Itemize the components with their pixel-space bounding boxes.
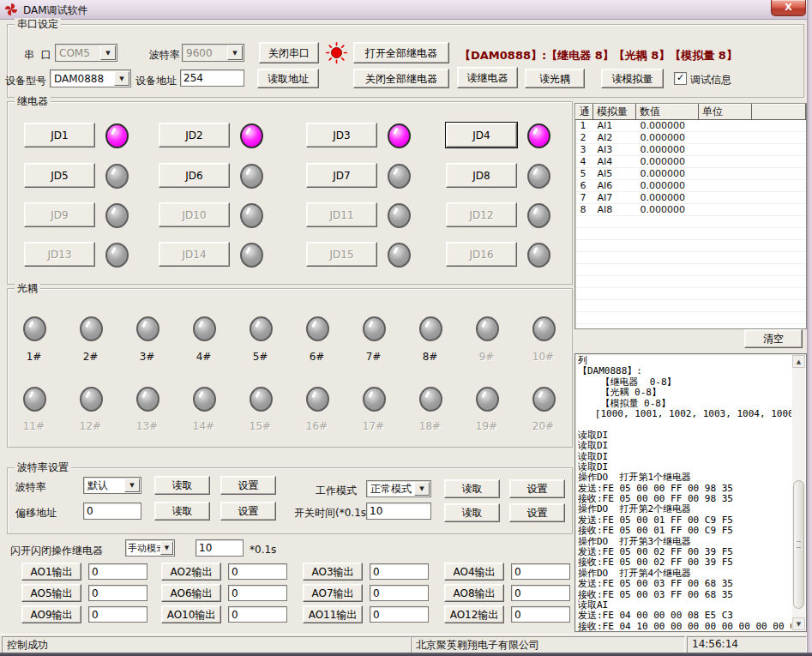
debug-info-checkbox[interactable]: ✓ (674, 72, 687, 85)
col-header-analog[interactable]: 模拟量 (593, 105, 636, 120)
close-button[interactable]: X (771, 0, 806, 16)
open-all-relays-button[interactable]: 打开全部继电器 (353, 42, 449, 63)
read-relay-button[interactable]: 读继电器 (457, 67, 518, 88)
read-addr-button[interactable]: 读取地址 (257, 69, 319, 88)
ao-output-button-8[interactable]: AO8输出 (444, 584, 504, 602)
col-header-unit[interactable]: 单位 (699, 105, 752, 120)
ao-value-input-6[interactable] (228, 585, 287, 601)
ao-value-input-1[interactable] (88, 563, 147, 580)
ao-value-input-9[interactable] (88, 606, 147, 623)
device-addr-input[interactable] (180, 69, 244, 87)
switch-time-set-button[interactable]: 设置 (509, 503, 565, 522)
table-row[interactable]: 5AI50.000000 (576, 168, 806, 180)
table-row[interactable]: 3AI30.000000 (576, 144, 806, 156)
switch-time-read-button[interactable]: 读取 (444, 503, 500, 522)
relay-button-jd6[interactable]: JD6 (159, 163, 230, 188)
offset-read-button[interactable]: 读取 (154, 502, 210, 521)
table-row[interactable]: 1AI10.000000 (576, 120, 806, 132)
offset-addr-input[interactable] (83, 503, 141, 520)
ao-value-input-10[interactable] (228, 606, 287, 623)
opto-led-10 (532, 316, 556, 341)
table-cell (593, 216, 636, 228)
work-mode-set-button[interactable]: 设置 (509, 479, 565, 498)
relay-led-jd12 (527, 203, 550, 228)
log-scrollbar[interactable]: ▲ ▼ (792, 355, 805, 630)
ao-value-input-4[interactable] (511, 563, 570, 580)
ao-output-button-5[interactable]: AO5输出 (21, 584, 81, 602)
table-row[interactable]: 6AI60.000000 (576, 180, 806, 192)
table-row[interactable]: 2AI20.000000 (576, 132, 806, 144)
clear-log-button[interactable]: 清空 (744, 329, 803, 348)
relay-button-jd16: JD16 (446, 242, 517, 267)
ao-output-button-4[interactable]: AO4输出 (444, 563, 504, 581)
table-row-empty (576, 264, 806, 276)
read-opto-button[interactable]: 读光耦 (525, 69, 585, 88)
opto-led-4 (193, 316, 216, 341)
col-header-value[interactable]: 数值 (636, 105, 699, 120)
opto-label-7: 7# (356, 351, 391, 363)
col-header-extra[interactable] (752, 105, 806, 120)
scroll-up-icon[interactable]: ▲ (792, 355, 805, 368)
flash-mode-select[interactable]: 手动模式 ▼ (125, 539, 175, 557)
model-select[interactable]: DAM0888 ▼ (50, 69, 131, 87)
scrollbar-thumb[interactable] (793, 480, 804, 609)
log-box[interactable]: 列【DAM0888】: 【继电器 0-8】 【光耦 0-8】 【模拟量 0-8】… (574, 353, 807, 632)
col-header-channel[interactable]: 通 (576, 105, 593, 120)
table-row[interactable]: 7AI70.000000 (576, 192, 806, 204)
read-analog-button[interactable]: 读模拟量 (601, 69, 664, 88)
table-row[interactable]: 4AI40.000000 (576, 156, 806, 168)
table-cell (636, 300, 699, 312)
flash-time-input[interactable] (195, 539, 244, 557)
ao-value-input-11[interactable] (370, 606, 429, 623)
baud-setting-select[interactable]: 默认 ▼ (83, 477, 141, 494)
relay-button-jd14: JD14 (159, 242, 230, 267)
log-line: 发送:FE 05 00 01 FF 00 C9 F5 (578, 515, 791, 526)
table-cell: AI8 (593, 204, 636, 216)
ao-output-button-7[interactable]: AO7输出 (303, 584, 363, 602)
table-cell (699, 228, 752, 240)
relay-button-jd1[interactable]: JD1 (24, 123, 95, 147)
table-cell: 0.000000 (636, 204, 699, 216)
offset-set-button[interactable]: 设置 (220, 502, 276, 521)
chevron-down-icon[interactable]: ▼ (160, 541, 173, 555)
device-info-text: 【DAM0888】:【继电器 8】【光耦 8】【模拟量 8】 (460, 48, 737, 63)
baud-set-button[interactable]: 设置 (220, 476, 276, 495)
relay-button-jd3[interactable]: JD3 (306, 123, 377, 147)
ao-output-button-10[interactable]: AO10输出 (161, 605, 221, 623)
baud-settings-group-label: 波特率设置 (15, 461, 71, 473)
work-mode-select[interactable]: 正常模式 ▼ (366, 480, 431, 497)
relay-button-jd4[interactable]: JD4 (446, 123, 517, 147)
switch-time-input[interactable] (366, 503, 431, 520)
table-cell: 0.000000 (636, 192, 699, 204)
ao-value-input-3[interactable] (370, 563, 429, 580)
ao-value-input-5[interactable] (88, 585, 147, 601)
relay-button-jd2[interactable]: JD2 (159, 123, 230, 147)
relay-button-jd7[interactable]: JD7 (306, 163, 377, 188)
relay-button-jd5[interactable]: JD5 (24, 163, 95, 188)
work-mode-read-button[interactable]: 读取 (444, 479, 500, 498)
ao-output-button-12[interactable]: AO12输出 (444, 605, 504, 623)
chevron-down-icon[interactable]: ▼ (114, 71, 129, 86)
table-cell (576, 276, 593, 288)
relay-button-jd8[interactable]: JD8 (446, 163, 517, 188)
close-all-relays-button[interactable]: 关闭全部继电器 (353, 69, 449, 88)
ao-value-input-8[interactable] (511, 585, 570, 601)
ao-value-input-7[interactable] (370, 585, 429, 601)
ao-value-input-12[interactable] (511, 606, 570, 623)
ao-output-button-6[interactable]: AO6输出 (161, 584, 221, 602)
log-line: [1000, 1001, 1002, 1003, 1004, 1000] (578, 409, 791, 419)
ao-output-button-9[interactable]: AO9输出 (21, 605, 81, 623)
ao-output-button-1[interactable]: AO1输出 (21, 563, 81, 581)
ao-output-button-2[interactable]: AO2输出 (161, 563, 221, 581)
baud-read-button[interactable]: 读取 (154, 476, 210, 495)
table-cell (699, 216, 752, 228)
scroll-down-icon[interactable]: ▼ (792, 617, 805, 630)
chevron-down-icon[interactable]: ▼ (124, 478, 140, 492)
close-serial-button[interactable]: 关闭串口 (259, 42, 319, 63)
table-row[interactable]: 8AI80.000000 (576, 204, 806, 216)
chevron-down-icon[interactable]: ▼ (414, 482, 430, 496)
opto-led-14 (193, 387, 216, 412)
ao-output-button-11[interactable]: AO11输出 (303, 605, 363, 623)
ao-output-button-3[interactable]: AO3输出 (303, 563, 363, 581)
ao-value-input-2[interactable] (228, 563, 287, 580)
